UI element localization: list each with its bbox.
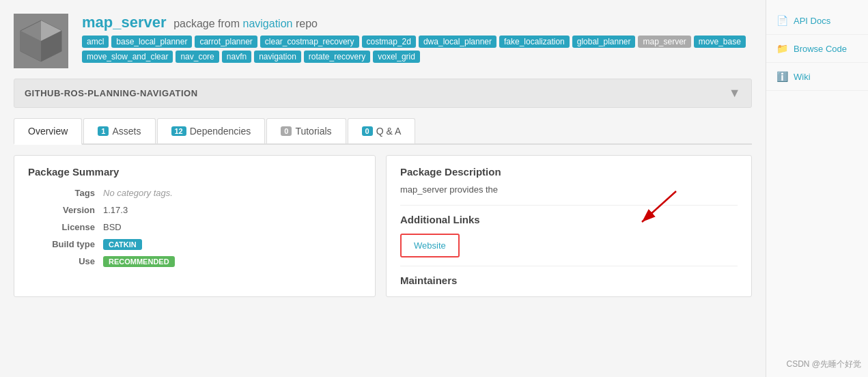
summary-row-1: Version1.17.3	[28, 205, 361, 215]
repo-bar-label: GITHUB-ROS-PLANNING-NAVIGATION	[25, 88, 198, 98]
tab-tutorials[interactable]: 0Tutorials	[266, 118, 346, 143]
sidebar-icon-2: ℹ️	[776, 71, 788, 82]
package-summary-box: Package Summary TagsNo category tags.Ver…	[14, 155, 376, 297]
tag-global_planner[interactable]: global_planner	[572, 36, 636, 48]
two-col-layout: Package Summary TagsNo category tags.Ver…	[14, 155, 752, 297]
tab-label-2: Dependencies	[190, 126, 251, 137]
badge-recommended: RECOMMENDED	[103, 256, 175, 267]
tab-label-3: Tutorials	[295, 126, 331, 137]
package-info: map_server package from navigation repo …	[82, 14, 752, 63]
tag-fake_localization[interactable]: fake_localization	[499, 36, 570, 48]
tab-badge-4: 0	[362, 126, 373, 136]
summary-row-0: TagsNo category tags.	[28, 188, 361, 198]
summary-value-4: RECOMMENDED	[103, 256, 175, 266]
tab-q-&-a[interactable]: 0Q & A	[348, 118, 416, 143]
website-button[interactable]: Website	[400, 234, 460, 257]
additional-links-header: Additional Links	[400, 205, 738, 225]
sidebar-item-wiki[interactable]: ℹ️Wiki	[766, 63, 868, 91]
tab-label-4: Q & A	[376, 126, 402, 137]
tab-overview[interactable]: Overview	[14, 118, 82, 145]
package-description-box: Package Description map_server provides …	[386, 155, 752, 297]
tag-carrot_planner[interactable]: carrot_planner	[195, 36, 257, 48]
svg-line-5	[642, 191, 676, 222]
tag-map_server[interactable]: map_server	[638, 36, 690, 48]
tag-voxel_grid[interactable]: voxel_grid	[373, 51, 420, 63]
tabs-row: Overview1Assets12Dependencies0Tutorials0…	[14, 118, 752, 145]
summary-value-2: BSD	[103, 222, 122, 232]
sidebar-label-2: Wiki	[794, 72, 811, 82]
tab-assets[interactable]: 1Assets	[83, 118, 155, 143]
description-text: map_server provides the	[400, 184, 738, 195]
sidebar-label-1: Browse Code	[794, 44, 847, 54]
repo-link[interactable]: navigation	[243, 18, 293, 29]
package-logo	[14, 14, 68, 68]
tag-dwa_local_planner[interactable]: dwa_local_planner	[419, 36, 496, 48]
tag-rotate_recovery[interactable]: rotate_recovery	[304, 51, 370, 63]
summary-label-4: Use	[28, 256, 103, 266]
annotation-arrow	[601, 188, 683, 229]
tab-badge-2: 12	[171, 126, 186, 136]
summary-value-0: No category tags.	[103, 188, 173, 198]
package-name: map_server	[82, 14, 167, 31]
tag-navfn[interactable]: navfn	[222, 51, 251, 63]
sidebar-item-api-docs[interactable]: 📄API Docs	[766, 7, 868, 35]
tab-badge-3: 0	[281, 126, 292, 136]
summary-row-3: Build typeCATKIN	[28, 239, 361, 249]
repo-bar-arrow-icon: ▼	[729, 86, 741, 100]
sidebar-icon-0: 📄	[776, 15, 788, 26]
watermark: CSDN @先睡个好觉	[786, 359, 861, 370]
sidebar-icon-1: 📁	[776, 43, 788, 54]
description-title: Package Description	[400, 166, 738, 178]
package-meta-text: package from navigation repo	[171, 18, 318, 29]
package-title: map_server package from navigation repo	[82, 14, 752, 31]
tag-move_base[interactable]: move_base	[694, 36, 746, 48]
tag-nav_core[interactable]: nav_core	[176, 51, 219, 63]
sidebar-label-0: API Docs	[794, 16, 830, 26]
tag-costmap_2d[interactable]: costmap_2d	[362, 36, 416, 48]
tag-navigation[interactable]: navigation	[254, 51, 301, 63]
tab-dependencies[interactable]: 12Dependencies	[157, 118, 266, 143]
summary-value-3: CATKIN	[103, 239, 142, 249]
summary-title: Package Summary	[28, 166, 361, 178]
badge-catkin: CATKIN	[103, 239, 142, 250]
maintainers-header: Maintainers	[400, 266, 738, 286]
summary-row-2: LicenseBSD	[28, 222, 361, 232]
summary-label-0: Tags	[28, 188, 103, 198]
tab-label-0: Overview	[28, 126, 68, 137]
sidebar: 📄API Docs📁Browse Codeℹ️Wiki	[766, 0, 868, 377]
tag-clear_costmap_recovery[interactable]: clear_costmap_recovery	[260, 36, 359, 48]
summary-label-2: License	[28, 222, 103, 232]
sidebar-item-browse-code[interactable]: 📁Browse Code	[766, 35, 868, 63]
tag-base_local_planner[interactable]: base_local_planner	[111, 36, 192, 48]
tag-amcl[interactable]: amcl	[82, 36, 109, 48]
summary-label-3: Build type	[28, 239, 103, 249]
tab-label-1: Assets	[112, 126, 141, 137]
summary-value-1: 1.17.3	[103, 205, 128, 215]
summary-fields: TagsNo category tags.Version1.17.3Licens…	[28, 188, 361, 266]
tab-badge-1: 1	[98, 126, 109, 136]
repo-bar[interactable]: GITHUB-ROS-PLANNING-NAVIGATION ▼	[14, 79, 752, 108]
arrow-container: Additional Links	[400, 205, 738, 225]
summary-label-1: Version	[28, 205, 103, 215]
tag-move_slow_and_clear[interactable]: move_slow_and_clear	[82, 51, 173, 63]
tags-row: amclbase_local_plannercarrot_plannerclea…	[82, 36, 752, 63]
summary-row-4: UseRECOMMENDED	[28, 256, 361, 266]
package-header: map_server package from navigation repo …	[14, 7, 752, 79]
